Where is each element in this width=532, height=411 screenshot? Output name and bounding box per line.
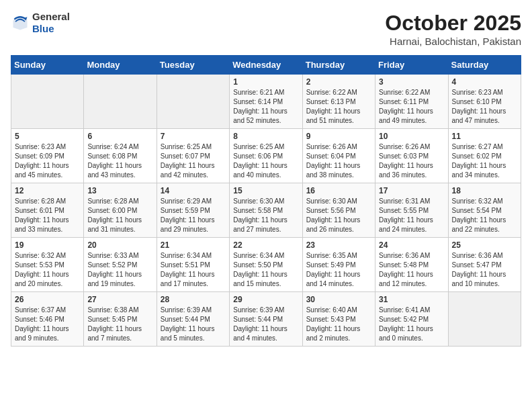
logo: General Blue <box>11 11 70 35</box>
calendar-cell <box>84 75 157 129</box>
calendar-cell: 13Sunrise: 6:28 AM Sunset: 6:00 PM Dayli… <box>84 183 157 238</box>
weekday-header-sunday: Sunday <box>11 56 84 75</box>
day-info: Sunrise: 6:22 AM Sunset: 6:11 PM Dayligh… <box>379 88 444 126</box>
day-number: 4 <box>452 77 517 87</box>
day-number: 5 <box>15 132 80 141</box>
calendar-cell: 5Sunrise: 6:23 AM Sunset: 6:09 PM Daylig… <box>11 129 84 183</box>
day-number: 6 <box>87 132 152 141</box>
day-info: Sunrise: 6:34 AM Sunset: 5:50 PM Dayligh… <box>233 251 298 289</box>
day-info: Sunrise: 6:34 AM Sunset: 5:51 PM Dayligh… <box>161 251 226 289</box>
weekday-header-tuesday: Tuesday <box>157 56 229 75</box>
calendar-cell: 14Sunrise: 6:29 AM Sunset: 5:59 PM Dayli… <box>157 183 229 238</box>
day-number: 8 <box>233 132 298 141</box>
calendar-header-row: SundayMondayTuesdayWednesdayThursdayFrid… <box>11 56 521 75</box>
day-info: Sunrise: 6:25 AM Sunset: 6:06 PM Dayligh… <box>233 142 298 180</box>
day-info: Sunrise: 6:28 AM Sunset: 6:00 PM Dayligh… <box>87 197 152 234</box>
day-number: 14 <box>161 186 226 195</box>
calendar-cell: 11Sunrise: 6:27 AM Sunset: 6:02 PM Dayli… <box>448 129 521 183</box>
day-number: 7 <box>161 132 226 141</box>
calendar-cell: 3Sunrise: 6:22 AM Sunset: 6:11 PM Daylig… <box>375 75 448 129</box>
calendar-cell: 24Sunrise: 6:36 AM Sunset: 5:48 PM Dayli… <box>375 238 448 292</box>
calendar-cell: 9Sunrise: 6:26 AM Sunset: 6:04 PM Daylig… <box>302 129 375 183</box>
day-number: 29 <box>233 295 298 304</box>
day-info: Sunrise: 6:30 AM Sunset: 5:56 PM Dayligh… <box>306 197 371 234</box>
day-info: Sunrise: 6:22 AM Sunset: 6:13 PM Dayligh… <box>306 88 371 126</box>
day-info: Sunrise: 6:41 AM Sunset: 5:42 PM Dayligh… <box>379 306 444 343</box>
day-info: Sunrise: 6:39 AM Sunset: 5:44 PM Dayligh… <box>161 306 226 343</box>
day-info: Sunrise: 6:39 AM Sunset: 5:44 PM Dayligh… <box>233 306 298 343</box>
day-number: 28 <box>161 295 226 304</box>
calendar-cell: 12Sunrise: 6:28 AM Sunset: 6:01 PM Dayli… <box>11 183 84 238</box>
day-info: Sunrise: 6:31 AM Sunset: 5:55 PM Dayligh… <box>379 197 444 234</box>
calendar-week-row: 12Sunrise: 6:28 AM Sunset: 6:01 PM Dayli… <box>11 183 521 238</box>
weekday-header-saturday: Saturday <box>448 56 521 75</box>
day-info: Sunrise: 6:37 AM Sunset: 5:46 PM Dayligh… <box>15 306 80 343</box>
calendar-cell: 19Sunrise: 6:32 AM Sunset: 5:53 PM Dayli… <box>11 238 84 292</box>
day-number: 17 <box>379 186 444 195</box>
calendar-cell: 8Sunrise: 6:25 AM Sunset: 6:06 PM Daylig… <box>230 129 302 183</box>
day-number: 21 <box>161 240 226 250</box>
calendar-cell: 7Sunrise: 6:25 AM Sunset: 6:07 PM Daylig… <box>157 129 229 183</box>
calendar-cell: 30Sunrise: 6:40 AM Sunset: 5:43 PM Dayli… <box>302 292 375 347</box>
calendar-cell: 6Sunrise: 6:24 AM Sunset: 6:08 PM Daylig… <box>84 129 157 183</box>
day-info: Sunrise: 6:24 AM Sunset: 6:08 PM Dayligh… <box>87 142 152 180</box>
calendar-week-row: 1Sunrise: 6:21 AM Sunset: 6:14 PM Daylig… <box>11 75 521 129</box>
day-info: Sunrise: 6:30 AM Sunset: 5:58 PM Dayligh… <box>233 197 298 234</box>
calendar-cell: 15Sunrise: 6:30 AM Sunset: 5:58 PM Dayli… <box>230 183 302 238</box>
day-number: 3 <box>379 77 444 87</box>
day-info: Sunrise: 6:32 AM Sunset: 5:54 PM Dayligh… <box>452 197 517 234</box>
calendar-cell: 1Sunrise: 6:21 AM Sunset: 6:14 PM Daylig… <box>230 75 302 129</box>
day-info: Sunrise: 6:26 AM Sunset: 6:04 PM Dayligh… <box>306 142 371 180</box>
day-info: Sunrise: 6:36 AM Sunset: 5:48 PM Dayligh… <box>379 251 444 289</box>
calendar-cell: 21Sunrise: 6:34 AM Sunset: 5:51 PM Dayli… <box>157 238 229 292</box>
day-info: Sunrise: 6:27 AM Sunset: 6:02 PM Dayligh… <box>452 142 517 180</box>
calendar-cell <box>448 292 521 347</box>
day-info: Sunrise: 6:38 AM Sunset: 5:45 PM Dayligh… <box>87 306 152 343</box>
day-number: 26 <box>15 295 80 304</box>
day-number: 15 <box>233 186 298 195</box>
calendar-cell: 29Sunrise: 6:39 AM Sunset: 5:44 PM Dayli… <box>230 292 302 347</box>
weekday-header-monday: Monday <box>84 56 157 75</box>
calendar-cell: 22Sunrise: 6:34 AM Sunset: 5:50 PM Dayli… <box>230 238 302 292</box>
logo-icon <box>11 13 30 32</box>
day-number: 19 <box>15 240 80 250</box>
day-number: 31 <box>379 295 444 304</box>
calendar-cell: 20Sunrise: 6:33 AM Sunset: 5:52 PM Dayli… <box>84 238 157 292</box>
calendar-week-row: 19Sunrise: 6:32 AM Sunset: 5:53 PM Dayli… <box>11 238 521 292</box>
calendar-cell: 17Sunrise: 6:31 AM Sunset: 5:55 PM Dayli… <box>375 183 448 238</box>
day-number: 23 <box>306 240 371 250</box>
day-info: Sunrise: 6:21 AM Sunset: 6:14 PM Dayligh… <box>233 88 298 126</box>
day-info: Sunrise: 6:29 AM Sunset: 5:59 PM Dayligh… <box>161 197 226 234</box>
day-number: 20 <box>87 240 152 250</box>
day-number: 22 <box>233 240 298 250</box>
calendar-cell: 23Sunrise: 6:35 AM Sunset: 5:49 PM Dayli… <box>302 238 375 292</box>
day-number: 9 <box>306 132 371 141</box>
day-number: 11 <box>452 132 517 141</box>
day-number: 16 <box>306 186 371 195</box>
day-info: Sunrise: 6:33 AM Sunset: 5:52 PM Dayligh… <box>87 251 152 289</box>
calendar-cell: 31Sunrise: 6:41 AM Sunset: 5:42 PM Dayli… <box>375 292 448 347</box>
weekday-header-thursday: Thursday <box>302 56 375 75</box>
weekday-header-wednesday: Wednesday <box>230 56 302 75</box>
page-header: General Blue October 2025 Harnai, Baloch… <box>11 11 521 47</box>
logo-text: General Blue <box>32 11 70 35</box>
calendar-cell <box>11 75 84 129</box>
day-number: 25 <box>452 240 517 250</box>
day-info: Sunrise: 6:35 AM Sunset: 5:49 PM Dayligh… <box>306 251 371 289</box>
day-number: 12 <box>15 186 80 195</box>
calendar-cell: 2Sunrise: 6:22 AM Sunset: 6:13 PM Daylig… <box>302 75 375 129</box>
calendar-cell: 10Sunrise: 6:26 AM Sunset: 6:03 PM Dayli… <box>375 129 448 183</box>
calendar-cell <box>157 75 229 129</box>
calendar-cell: 4Sunrise: 6:23 AM Sunset: 6:10 PM Daylig… <box>448 75 521 129</box>
calendar-cell: 27Sunrise: 6:38 AM Sunset: 5:45 PM Dayli… <box>84 292 157 347</box>
calendar-subtitle: Harnai, Balochistan, Pakistan <box>385 36 521 47</box>
day-info: Sunrise: 6:26 AM Sunset: 6:03 PM Dayligh… <box>379 142 444 180</box>
calendar-week-row: 26Sunrise: 6:37 AM Sunset: 5:46 PM Dayli… <box>11 292 521 347</box>
day-info: Sunrise: 6:23 AM Sunset: 6:10 PM Dayligh… <box>452 88 517 126</box>
calendar-cell: 25Sunrise: 6:36 AM Sunset: 5:47 PM Dayli… <box>448 238 521 292</box>
day-info: Sunrise: 6:25 AM Sunset: 6:07 PM Dayligh… <box>161 142 226 180</box>
day-info: Sunrise: 6:28 AM Sunset: 6:01 PM Dayligh… <box>15 197 80 234</box>
day-number: 27 <box>87 295 152 304</box>
day-number: 10 <box>379 132 444 141</box>
day-number: 1 <box>233 77 298 87</box>
